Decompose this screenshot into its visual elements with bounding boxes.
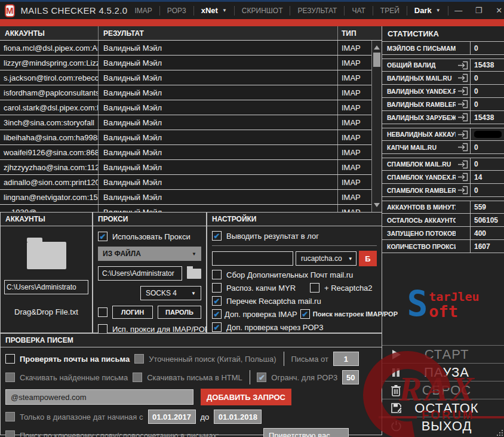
folder-icon[interactable] [27,242,66,269]
export-arrow-icon[interactable] [456,130,470,139]
column-header-accounts[interactable]: АККАУНТЫ [0,26,99,40]
imap-pop-settings-checkbox[interactable] [300,309,310,319]
refined-search-label: Уточненный поиск (Китай, Польша) [149,355,276,364]
imap-check-checkbox[interactable] [212,309,222,319]
log-output-checkbox[interactable] [212,231,222,241]
proxy-type-select[interactable]: SOCKS 4 ▼ [140,286,201,300]
refined-search-checkbox[interactable] [134,354,144,364]
keyword-input[interactable]: Приветствую вас, [263,428,349,437]
maximize-button[interactable]: ❐ [469,2,489,19]
add-query-button[interactable]: ДОБАВИТЬ ЗАПРОС [201,389,291,405]
cell-account: zjhzzyyzhao@sina.com:11230 [0,160,99,174]
recaptcha2-checkbox[interactable] [310,283,319,293]
table-row[interactable]: libeihaha@sina.com:ha9988ha99 Валидный М… [0,130,371,145]
export-arrow-icon[interactable] [456,61,470,70]
table-row[interactable]: adinallo@sion.com:print1200123prin Валид… [0,175,371,190]
menu-item[interactable]: ТРЕЙ ▼ [373,6,407,16]
date-range-checkbox[interactable] [5,412,15,421]
remainder-button[interactable]: ОСТАТОК [382,399,504,417]
balance-button[interactable]: Б [359,251,377,266]
keyword-search-checkbox[interactable] [5,430,15,437]
collect-extra-mails-checkbox[interactable] [212,270,222,279]
export-arrow-icon[interactable] [456,100,470,109]
minimize-button[interactable]: — [448,2,469,19]
table-row[interactable]: carol.stark@dsl.pipex.com:bobbysox Валид… [0,100,371,115]
download-html-checkbox[interactable] [133,373,142,382]
exit-button[interactable]: ВЫХОД [382,417,504,435]
stat-label: НЕВАЛИДНЫХ АККАУНТОВ [382,131,456,138]
scrollbar-thumb[interactable] [373,53,380,67]
pop3-limit-checkbox[interactable] [257,373,266,382]
mailcheck-panel: ПРОВЕРКА ПИСЕМ Проверять почты на письма… [0,333,382,435]
logo-line1: tarJleu [429,290,479,303]
cell-type: IMAP [337,130,371,144]
proxy-path-input[interactable]: C:\Users\Administrator [98,266,182,281]
stat-value: 15438 [470,111,504,124]
table-row[interactable]: lizzyr@mindspring.com:Lizzyr12 Валидный … [0,56,371,70]
use-proxy-checkbox[interactable] [98,232,107,241]
check-mails-checkbox[interactable] [5,354,15,364]
column-header-result[interactable]: РЕЗУЛЬТАТ [99,26,337,40]
password-button[interactable]: ПАРОЛЬ [158,306,201,319]
table-scrollbar[interactable] [371,41,382,212]
scroll-up-icon[interactable] [374,45,380,50]
stat-value: 0 [470,98,504,110]
pause-button[interactable]: ПАУЗА [382,363,504,381]
login-button[interactable]: ЛОГИН [112,306,153,319]
app-title: MAILS CHECKER 4.5.2.0 [21,5,128,16]
stat-label: ОБЩИЙ ВАЛИД [382,61,456,69]
logo-letter-s: S [407,290,428,318]
proxy-auth-checkbox[interactable] [98,307,107,317]
proxy-imap-pop3-checkbox[interactable] [98,324,107,334]
resize-grip[interactable] [496,429,503,436]
recheck-recaptcha-checkbox[interactable] [212,296,222,306]
column-header-type[interactable]: ТИП [337,26,371,40]
table-row[interactable]: lingnan@netvigator.com:15stubbsl1 Валидн… [0,190,371,205]
folder-icon[interactable] [187,269,201,279]
stat-value: 559 [470,201,504,213]
pop3-check-checkbox[interactable] [212,322,222,332]
menu-item[interactable]: POP3 ▼ [160,6,194,16]
recognize-captcha-checkbox[interactable] [212,283,222,293]
start-button[interactable]: СТАРТ [382,345,504,363]
close-button[interactable]: ✕ [489,2,504,19]
accounts-file-path[interactable]: C:\Users\Administrato [4,280,88,294]
date-from-input[interactable]: 01.01.2017 [148,410,196,424]
export-arrow-icon[interactable] [456,73,470,82]
captcha-service-select[interactable]: rucaptcha.co ▼ [296,251,357,266]
menu-item[interactable]: СКРИНШОТ ▼ [235,6,291,16]
pop3-check-label: Доп. проверка через POP3 [226,323,323,332]
download-found-checkbox[interactable] [5,373,15,382]
menu-item[interactable]: Dark ▼ [407,6,448,16]
menu-item[interactable]: xNet ▼ [194,6,235,16]
query-input[interactable]: @steampowered.com [5,389,193,405]
table-row[interactable]: fiona.mcl@dsl.pipex.com:Amethyst6 Валидн… [0,41,371,56]
captcha-key-input[interactable] [212,251,293,266]
scroll-down-icon[interactable] [374,203,380,207]
censored-value [474,131,502,138]
table-row[interactable]: 3inch@sina.com:storyofall Валидный Мэйл … [0,115,371,130]
table-row[interactable]: isfordham@paplconsultants.com:sor Валидн… [0,85,371,100]
letters-from-input[interactable]: 1 [333,352,359,366]
pop3-limit-input[interactable]: 50 [342,370,359,384]
reset-button[interactable]: СБРОС [382,381,504,399]
export-arrow-icon[interactable] [456,87,470,96]
export-arrow-icon[interactable] [456,143,470,152]
proxy-source-select[interactable]: ИЗ ФАЙЛА ▼ [98,247,201,261]
table-row[interactable]: zjhzzyyzhao@sina.com:11230 Валидный Мэйл… [0,160,371,175]
export-arrow-icon[interactable] [456,186,470,195]
table-row[interactable]: s.jackson@tirol.com:rebecca1rebecca Вали… [0,70,371,85]
export-arrow-icon[interactable] [456,160,470,169]
menu-item[interactable]: РЕЗУЛЬТАТ ▼ [290,6,345,16]
cell-result: Валидный Мэйл [99,100,337,115]
export-arrow-icon[interactable] [456,173,470,181]
date-to-input[interactable]: 01.01.2018 [214,410,262,424]
keyword-search-label: Поиск по ключевому слову/словосочетанию … [20,431,259,437]
table-row[interactable]: woaifei9126@sina.com:86823537 Валидный М… [0,145,371,160]
menu-item[interactable]: IMAP ▼ [127,6,159,16]
stat-value: 14 [470,171,504,183]
recaptcha2-label: + Recaptcha2 [324,284,373,293]
table-row-partial[interactable]: …1030@… Валидный Мэйл IMAP [0,205,371,212]
export-arrow-icon[interactable] [456,113,470,122]
menu-item[interactable]: ЧАТ ▼ [345,6,373,16]
